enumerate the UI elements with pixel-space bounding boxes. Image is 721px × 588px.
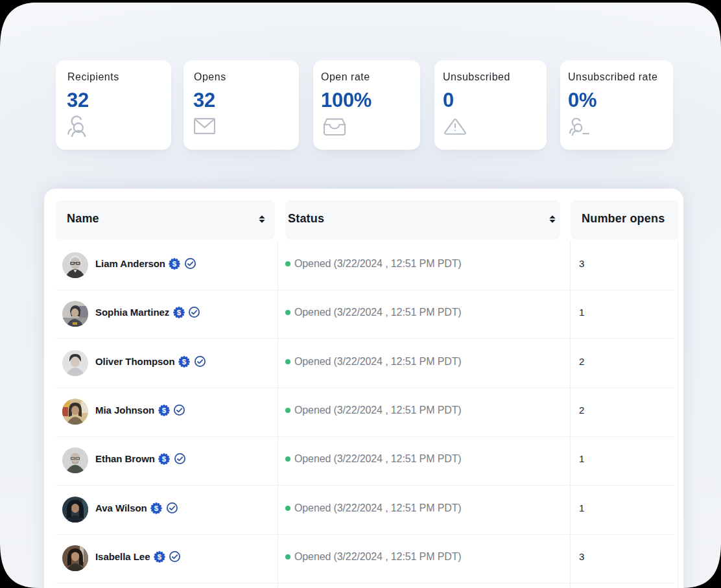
svg-text:$: $ [162, 455, 167, 463]
svg-text:$: $ [154, 504, 159, 512]
svg-text:$: $ [182, 358, 187, 366]
svg-text:$: $ [172, 260, 177, 268]
svg-text:$: $ [158, 553, 162, 561]
svg-text:$: $ [177, 309, 182, 316]
svg-text:$: $ [161, 406, 166, 414]
